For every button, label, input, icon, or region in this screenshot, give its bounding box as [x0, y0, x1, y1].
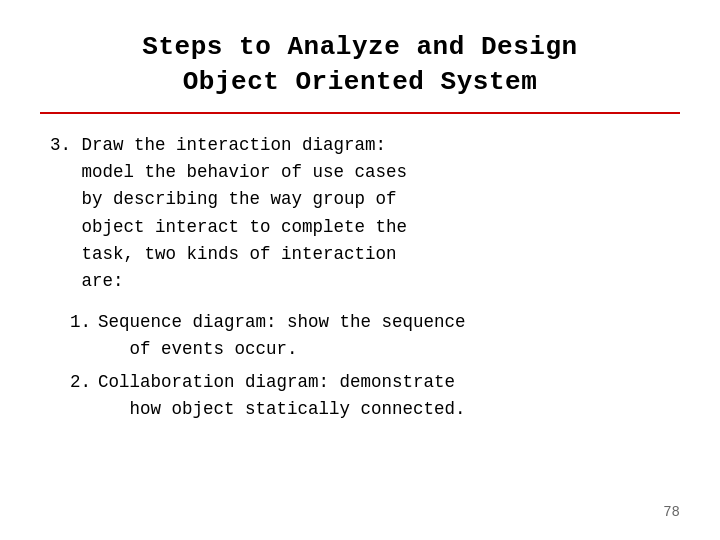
sub-item-2: 2. Collaboration diagram: demonstrate ho…: [70, 369, 680, 423]
main-point-3: 3. Draw the interaction diagram: model t…: [50, 132, 680, 295]
slide-title: Steps to Analyze and Design Object Orien…: [40, 30, 680, 100]
sub-item-2-number: 2.: [70, 369, 98, 396]
title-section: Steps to Analyze and Design Object Orien…: [40, 30, 680, 100]
title-line1: Steps to Analyze and Design: [142, 32, 577, 62]
sub-item-1-text: Sequence diagram: show the sequence of e…: [98, 309, 680, 363]
main-point-number: 3.: [50, 135, 71, 155]
sub-item-1: 1. Sequence diagram: show the sequence o…: [70, 309, 680, 363]
sub-item-1-number: 1.: [70, 309, 98, 336]
title-divider: [40, 112, 680, 114]
slide: Steps to Analyze and Design Object Orien…: [0, 0, 720, 540]
title-line2: Object Oriented System: [183, 67, 538, 97]
sub-item-2-text: Collaboration diagram: demonstrate how o…: [98, 369, 680, 423]
page-number: 78: [40, 494, 680, 520]
content-section: 3. Draw the interaction diagram: model t…: [40, 132, 680, 494]
main-point-text: 3. Draw the interaction diagram: model t…: [50, 135, 407, 291]
sub-items-list: 1. Sequence diagram: show the sequence o…: [50, 309, 680, 424]
